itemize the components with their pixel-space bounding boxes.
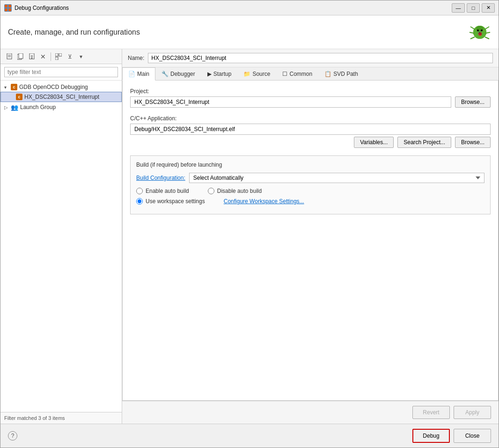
use-workspace-radio[interactable]: Use workspace settings	[136, 198, 205, 205]
main-tab-label: Main	[137, 71, 149, 77]
header-title: Create, manage, and run configurations	[8, 28, 140, 37]
tree-toggle-launch: ▷	[4, 105, 10, 110]
name-input[interactable]	[148, 53, 493, 63]
tree-item-gdb-group[interactable]: ▾ c GDB OpenOCD Debugging	[0, 82, 122, 92]
radio-row-2: Use workspace settings Configure Workspa…	[136, 198, 484, 205]
tab-debugger[interactable]: 🔧 Debugger	[155, 67, 201, 80]
tab-main[interactable]: 📄 Main	[122, 67, 155, 81]
enable-auto-build-label: Enable auto build	[146, 188, 189, 194]
main-tab-icon: 📄	[128, 71, 135, 77]
disable-auto-build-radio[interactable]: Disable auto build	[208, 188, 262, 194]
svg-rect-0	[5, 5, 7, 7]
build-section-title: Build (if required) before launching	[136, 162, 484, 168]
window-controls: — □ ✕	[452, 3, 495, 13]
project-section: Project: Browse...	[130, 88, 491, 108]
tab-startup[interactable]: ▶ Startup	[201, 67, 238, 80]
gdb-group-label: GDB OpenOCD Debugging	[19, 84, 88, 90]
svg-text:🐞: 🐞	[477, 30, 483, 37]
svg-rect-2	[5, 8, 7, 11]
project-input[interactable]	[130, 96, 451, 108]
delete-button[interactable]: ✕	[38, 51, 48, 62]
dropdown-button[interactable]: ▾	[76, 51, 86, 62]
window-close-button[interactable]: ✕	[482, 3, 495, 13]
svd-tab-icon: 📋	[324, 71, 331, 77]
filter-input[interactable]	[4, 67, 118, 77]
left-toolbar: ✕ ⊻ ▾	[0, 49, 122, 64]
project-browse-button[interactable]: Browse...	[455, 96, 491, 108]
footer-buttons: Debug Close	[412, 429, 491, 443]
app-action-btns: Variables... Search Project... Browse...	[130, 137, 491, 148]
use-workspace-label: Use workspace settings	[146, 198, 205, 205]
duplicate-button[interactable]	[15, 51, 26, 62]
close-button[interactable]: Close	[454, 429, 491, 443]
build-config-select[interactable]: Select AutomaticallyDebugRelease	[189, 173, 484, 183]
maximize-button[interactable]: □	[467, 3, 480, 13]
help-button[interactable]: ?	[8, 431, 17, 441]
svd-tab-label: SVD Path	[333, 71, 358, 77]
filter-input-wrap	[0, 64, 122, 81]
tab-svd-path[interactable]: 📋 SVD Path	[318, 67, 364, 80]
tree-item-hx-config[interactable]: c HX_DSC28034_SCI_Interrupt	[0, 92, 122, 102]
radio-row-1: Enable auto build Disable auto build	[136, 188, 484, 194]
project-row: Browse...	[130, 96, 491, 108]
tree-item-launch-group[interactable]: ▷ 👥 Launch Group	[0, 102, 122, 112]
window-icon	[4, 4, 12, 12]
build-config-label[interactable]: Build Configuration:	[136, 175, 185, 181]
header-area: Create, manage, and run configurations 🐞	[0, 15, 499, 49]
bottom-bar: Revert Apply	[122, 401, 499, 424]
left-panel-footer: Filter matched 3 of 3 items	[0, 412, 122, 424]
new-config-button[interactable]	[4, 51, 15, 62]
tab-common[interactable]: ☐ Common	[276, 67, 318, 80]
source-tab-label: Source	[252, 71, 270, 77]
left-panel: ✕ ⊻ ▾ ▾	[0, 49, 122, 424]
svg-line-13	[485, 37, 489, 39]
app-browse-button[interactable]: Browse...	[455, 137, 491, 148]
common-tab-label: Common	[289, 71, 312, 77]
window-title: Debug Configurations	[15, 5, 452, 11]
launch-group-icon: 👥	[11, 103, 18, 111]
svg-rect-17	[7, 53, 12, 59]
common-tab-icon: ☐	[282, 71, 287, 77]
app-input[interactable]	[130, 124, 491, 135]
use-workspace-input[interactable]	[136, 198, 143, 205]
svg-line-9	[484, 27, 489, 29]
svg-line-8	[470, 27, 475, 29]
filter-button[interactable]: ⊻	[65, 51, 75, 62]
revert-button[interactable]: Revert	[412, 406, 450, 419]
startup-tab-icon: ▶	[207, 71, 212, 77]
search-project-button[interactable]: Search Project...	[397, 137, 451, 148]
disable-auto-build-input[interactable]	[208, 188, 214, 194]
name-row: Name:	[122, 49, 499, 67]
app-section: C/C++ Application: Variables... Search P…	[130, 115, 491, 148]
enable-auto-build-input[interactable]	[136, 188, 143, 194]
build-config-row: Build Configuration: Select Automaticall…	[136, 173, 484, 183]
tabs-bar: 📄 Main 🔧 Debugger ▶ Startup 📁 Source ☐	[122, 67, 499, 81]
debugger-tab-icon: 🔧	[161, 71, 169, 77]
svg-rect-21	[19, 53, 23, 59]
svg-rect-28	[55, 57, 58, 60]
disable-auto-build-label: Disable auto build	[217, 188, 262, 194]
export-button[interactable]	[27, 51, 37, 62]
svg-rect-3	[8, 8, 11, 11]
collapse-button[interactable]	[53, 51, 64, 62]
build-section: Build (if required) before launching Bui…	[130, 155, 491, 214]
gdb-group-icon: c	[11, 84, 17, 90]
project-label: Project:	[130, 88, 491, 95]
title-bar: Debug Configurations — □ ✕	[0, 0, 499, 15]
name-label: Name:	[128, 55, 144, 61]
svg-rect-26	[55, 53, 58, 56]
tab-source[interactable]: 📁 Source	[237, 67, 276, 80]
enable-auto-build-radio[interactable]: Enable auto build	[136, 188, 189, 194]
app-label: C/C++ Application:	[130, 115, 491, 122]
svg-line-12	[470, 37, 475, 39]
svg-rect-27	[59, 53, 62, 56]
apply-button[interactable]: Apply	[454, 406, 491, 419]
bug-icon: 🐞	[469, 20, 491, 44]
variables-button[interactable]: Variables...	[354, 137, 394, 148]
debug-button[interactable]: Debug	[412, 429, 450, 443]
tree-area: ▾ c GDB OpenOCD Debugging c HX_DSC28034_…	[0, 81, 122, 412]
footer-row: ? Debug Close	[0, 424, 499, 448]
svg-rect-1	[8, 5, 11, 7]
minimize-button[interactable]: —	[452, 3, 465, 13]
configure-workspace-link[interactable]: Configure Workspace Settings...	[224, 198, 304, 205]
